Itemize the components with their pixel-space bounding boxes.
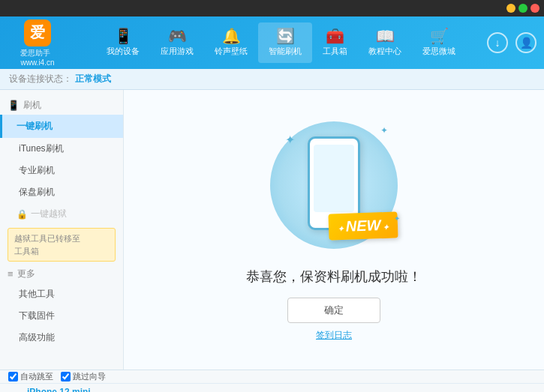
auto-jump-checkbox[interactable] — [8, 372, 18, 382]
status-bar: 设备连接状态： 正常模式 — [0, 69, 544, 90]
sparkle-bottom-right-icon: ✦ — [394, 214, 400, 223]
more-section-icon: ≡ — [8, 268, 14, 280]
skip-wizard-checkbox-label[interactable]: 跳过向导 — [61, 371, 106, 382]
daily-signin-button[interactable]: 签到日志 — [316, 329, 352, 342]
header: 爱 爱思助手 www.i4.cn 📱 我的设备 🎮 应用游戏 🔔 铃声壁纸 🔄 … — [0, 16, 544, 69]
device-name: iPhone 12 mini — [27, 387, 125, 392]
minimize-button[interactable] — [506, 4, 515, 13]
content-area: NEW ✦ ✦ ✦ 恭喜您，保资料刷机成功啦！ 确定 签到日志 — [124, 90, 544, 370]
user-button[interactable]: 👤 — [515, 32, 536, 53]
logo-area: 爱 爱思助手 www.i4.cn — [8, 19, 68, 67]
nav-app-game[interactable]: 🎮 应用游戏 — [150, 22, 204, 63]
sidebar-item-one-key-flash[interactable]: 一键刷机 — [0, 115, 123, 138]
skip-wizard-checkbox[interactable] — [61, 372, 71, 382]
weidian-icon: 🛒 — [430, 28, 449, 43]
flash-section-icon: 📱 — [8, 100, 20, 111]
my-device-icon: 📱 — [114, 28, 133, 43]
close-button[interactable] — [530, 4, 539, 13]
sparkle-top-left-icon: ✦ — [285, 133, 295, 147]
nav-weidian[interactable]: 🛒 爱思微城 — [412, 22, 466, 63]
phone-screen — [314, 145, 354, 212]
nav-smart-flash[interactable]: 🔄 智能刷机 — [258, 22, 312, 63]
logo-icon: 爱 — [24, 19, 51, 46]
download-button[interactable]: ↓ — [487, 32, 508, 53]
sparkle-top-right-icon: ✦ — [380, 125, 388, 136]
success-text: 恭喜您，保资料刷机成功啦！ — [246, 268, 422, 286]
main-area: 📱 刷机 一键刷机 iTunes刷机 专业刷机 保盘刷机 🔒 一键越狱 越狱工具… — [0, 90, 544, 370]
sidebar-item-other-tools[interactable]: 其他工具 — [0, 283, 123, 305]
logo-name: 爱思助手 www.i4.cn — [20, 48, 54, 67]
header-right: ↓ 👤 — [487, 32, 536, 53]
smart-flash-icon: 🔄 — [276, 28, 295, 43]
sidebar-item-itunes-flash[interactable]: iTunes刷机 — [0, 138, 123, 160]
ringtone-icon: 🔔 — [222, 28, 241, 43]
maximize-button[interactable] — [518, 4, 527, 13]
footer-top: 自动跳至 跳过向导 — [0, 370, 544, 384]
phone-illustration: NEW ✦ ✦ ✦ — [266, 118, 401, 253]
sidebar-item-advanced[interactable]: 高级功能 — [0, 327, 123, 349]
sidebar-item-save-flash[interactable]: 保盘刷机 — [0, 181, 123, 203]
sidebar-more-title: ≡ 更多 — [0, 265, 123, 283]
sidebar-flash-title: 📱 刷机 — [0, 96, 123, 115]
nav-my-device[interactable]: 📱 我的设备 — [96, 22, 150, 63]
checkbox-group: 自动跳至 跳过向导 — [8, 370, 131, 383]
sidebar-jailbreak-section: 🔒 一键越狱 — [0, 203, 123, 225]
sidebar-item-pro-flash[interactable]: 专业刷机 — [0, 160, 123, 181]
footer-middle: 📱 iPhone 12 mini 64GB Down-12mini-13,1 — [0, 384, 544, 392]
new-badge: NEW — [328, 211, 398, 240]
sidebar-item-download-firmware[interactable]: 下载固件 — [0, 305, 123, 327]
status-value: 正常模式 — [75, 73, 111, 85]
app-game-icon: 🎮 — [168, 28, 187, 43]
auto-jump-checkbox-label[interactable]: 自动跳至 — [8, 371, 53, 382]
device-info: 📱 iPhone 12 mini 64GB Down-12mini-13,1 — [8, 387, 131, 392]
sidebar-jailbreak-info: 越狱工具已转移至工具箱 — [8, 228, 116, 262]
confirm-button[interactable]: 确定 — [287, 298, 380, 323]
title-bar — [0, 0, 544, 16]
nav-tutorial[interactable]: 📖 教程中心 — [358, 22, 412, 63]
footer-area: 自动跳至 跳过向导 📱 iPhone 12 mini 64GB Down-12m… — [0, 370, 544, 392]
sidebar: 📱 刷机 一键刷机 iTunes刷机 专业刷机 保盘刷机 🔒 一键越狱 越狱工具… — [0, 90, 124, 370]
toolbox-icon: 🧰 — [326, 28, 344, 43]
nav-toolbox[interactable]: 🧰 工具箱 — [312, 22, 358, 63]
status-label: 设备连接状态： — [9, 73, 72, 85]
lock-icon: 🔒 — [17, 209, 28, 220]
tutorial-icon: 📖 — [376, 28, 395, 43]
nav-ringtone[interactable]: 🔔 铃声壁纸 — [204, 22, 258, 63]
nav-items: 📱 我的设备 🎮 应用游戏 🔔 铃声壁纸 🔄 智能刷机 🧰 工具箱 📖 教程中心… — [75, 22, 487, 63]
